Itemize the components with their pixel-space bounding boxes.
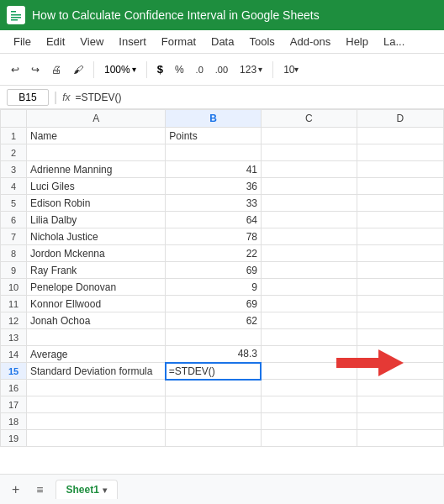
- cell-15-b[interactable]: =STDEV(): [166, 363, 262, 380]
- row-header-17[interactable]: 17: [1, 396, 27, 413]
- cell-14-b[interactable]: 48.3: [166, 346, 262, 363]
- cell-16-c[interactable]: [261, 380, 357, 396]
- cell-9-a[interactable]: Ray Frank: [27, 262, 166, 279]
- cell-13-c[interactable]: [261, 329, 357, 346]
- row-header-14[interactable]: 14: [1, 346, 27, 363]
- cell-18-c[interactable]: [261, 413, 357, 430]
- menu-help[interactable]: Help: [339, 33, 375, 50]
- cell-6-d[interactable]: [357, 212, 443, 228]
- paint-format-button[interactable]: 🖌: [69, 61, 87, 78]
- sheet-list-button[interactable]: ≡: [31, 481, 48, 498]
- cell-1-c[interactable]: [261, 128, 357, 144]
- cell-reference-input[interactable]: [7, 89, 49, 106]
- menu-tools[interactable]: Tools: [242, 33, 281, 50]
- cell-11-a[interactable]: Konnor Ellwood: [27, 296, 166, 312]
- row-header-6[interactable]: 6: [1, 212, 27, 228]
- cell-4-d[interactable]: [357, 178, 443, 195]
- cell-9-d[interactable]: [357, 262, 443, 279]
- cell-18-a[interactable]: [27, 413, 166, 430]
- cell-14-a[interactable]: Average: [27, 346, 166, 363]
- cell-5-c[interactable]: [261, 195, 357, 212]
- menu-file[interactable]: File: [7, 33, 38, 50]
- cell-8-b[interactable]: 22: [166, 245, 262, 262]
- redo-button[interactable]: ↪: [27, 61, 44, 78]
- row-header-4[interactable]: 4: [1, 178, 27, 195]
- cell-5-b[interactable]: 33: [166, 195, 262, 212]
- cell-5-d[interactable]: [357, 195, 443, 212]
- cell-19-b[interactable]: [166, 430, 262, 447]
- cell-13-d[interactable]: [357, 329, 443, 346]
- cell-17-a[interactable]: [27, 396, 166, 413]
- cell-13-b[interactable]: [166, 329, 262, 346]
- col-header-d[interactable]: D: [357, 110, 443, 128]
- cell-9-c[interactable]: [261, 262, 357, 279]
- sheet-tab-sheet1[interactable]: Sheet1 ▾: [56, 480, 118, 499]
- cell-2-d[interactable]: [357, 144, 443, 161]
- cell-7-b[interactable]: 78: [166, 228, 262, 245]
- row-header-12[interactable]: 12: [1, 312, 27, 329]
- cell-2-b[interactable]: [166, 144, 262, 161]
- cell-6-a[interactable]: Lilia Dalby: [27, 212, 166, 228]
- cell-7-a[interactable]: Nichola Justice: [27, 228, 166, 245]
- cell-19-a[interactable]: [27, 430, 166, 447]
- cell-1-d[interactable]: [357, 128, 443, 144]
- formula-input[interactable]: [76, 92, 438, 103]
- font-size-button[interactable]: 10 ▾: [279, 61, 303, 78]
- row-header-9[interactable]: 9: [1, 262, 27, 279]
- cell-13-a[interactable]: [27, 329, 166, 346]
- cell-6-b[interactable]: 64: [166, 212, 262, 228]
- cell-2-c[interactable]: [261, 144, 357, 161]
- cell-10-a[interactable]: Penelope Donovan: [27, 279, 166, 296]
- col-header-b[interactable]: B: [166, 110, 262, 128]
- cell-16-a[interactable]: [27, 380, 166, 396]
- menu-data[interactable]: Data: [204, 33, 240, 50]
- menu-addons[interactable]: Add-ons: [283, 33, 337, 50]
- col-header-a[interactable]: A: [27, 110, 166, 128]
- cell-6-c[interactable]: [261, 212, 357, 228]
- row-header-8[interactable]: 8: [1, 245, 27, 262]
- cell-4-a[interactable]: Luci Giles: [27, 178, 166, 195]
- cell-16-d[interactable]: [357, 380, 443, 396]
- add-sheet-button[interactable]: +: [7, 480, 24, 499]
- cell-7-c[interactable]: [261, 228, 357, 245]
- percent-button[interactable]: %: [171, 61, 188, 78]
- cell-16-b[interactable]: [166, 380, 262, 396]
- cell-17-c[interactable]: [261, 396, 357, 413]
- cell-3-d[interactable]: [357, 161, 443, 178]
- cell-4-b[interactable]: 36: [166, 178, 262, 195]
- row-header-10[interactable]: 10: [1, 279, 27, 296]
- cell-2-a[interactable]: [27, 144, 166, 161]
- zoom-control[interactable]: 100% ▾: [100, 61, 140, 78]
- cell-11-b[interactable]: 69: [166, 296, 262, 312]
- menu-more[interactable]: La...: [377, 33, 411, 50]
- row-header-5[interactable]: 5: [1, 195, 27, 212]
- row-header-13[interactable]: 13: [1, 329, 27, 346]
- cell-9-b[interactable]: 69: [166, 262, 262, 279]
- row-header-19[interactable]: 19: [1, 430, 27, 447]
- cell-10-d[interactable]: [357, 279, 443, 296]
- cell-19-d[interactable]: [357, 430, 443, 447]
- row-header-1[interactable]: 1: [1, 128, 27, 144]
- cell-11-c[interactable]: [261, 296, 357, 312]
- menu-view[interactable]: View: [73, 33, 110, 50]
- cell-1-b[interactable]: Points: [166, 128, 262, 144]
- cell-12-c[interactable]: [261, 312, 357, 329]
- cell-10-c[interactable]: [261, 279, 357, 296]
- cell-15-a[interactable]: Standard Deviation formula: [27, 363, 166, 380]
- cell-12-d[interactable]: [357, 312, 443, 329]
- decimal-increase-button[interactable]: .00: [211, 62, 232, 77]
- cell-3-b[interactable]: 41: [166, 161, 262, 178]
- cell-19-c[interactable]: [261, 430, 357, 447]
- cell-12-b[interactable]: 62: [166, 312, 262, 329]
- cell-11-d[interactable]: [357, 296, 443, 312]
- undo-button[interactable]: ↩: [7, 61, 24, 78]
- cell-1-a[interactable]: Name: [27, 128, 166, 144]
- cell-18-b[interactable]: [166, 413, 262, 430]
- cell-5-a[interactable]: Edison Robin: [27, 195, 166, 212]
- menu-format[interactable]: Format: [155, 33, 203, 50]
- menu-insert[interactable]: Insert: [112, 33, 153, 50]
- cell-18-d[interactable]: [357, 413, 443, 430]
- cell-17-b[interactable]: [166, 396, 262, 413]
- cell-3-c[interactable]: [261, 161, 357, 178]
- cell-4-c[interactable]: [261, 178, 357, 195]
